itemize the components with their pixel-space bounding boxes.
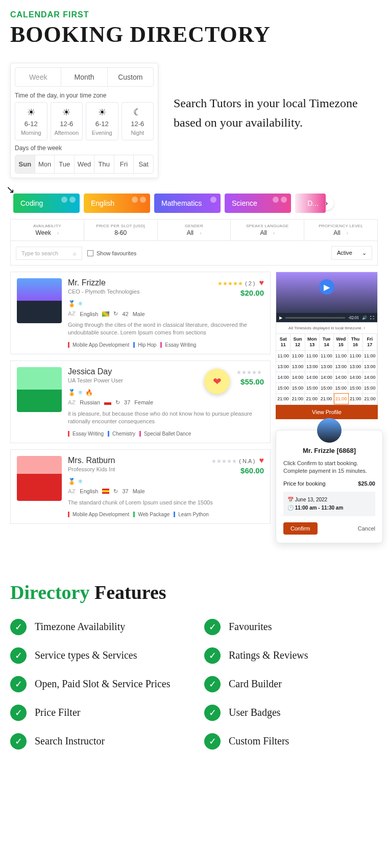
timeslot[interactable]: 14:00 xyxy=(276,372,290,382)
timeslot[interactable]: 11:00 xyxy=(334,350,348,361)
tab-week[interactable]: Week xyxy=(15,68,61,86)
timeslot[interactable]: 11:00 xyxy=(305,350,320,361)
tag[interactable]: Mobile App Development xyxy=(68,342,129,348)
timeslot[interactable]: 13:00 xyxy=(305,361,320,372)
tag[interactable]: Web Package xyxy=(133,512,169,517)
check-icon: ✓ xyxy=(204,676,221,692)
avatar xyxy=(17,367,62,412)
tab-custom[interactable]: Custom xyxy=(108,68,153,86)
timeslot[interactable]: 11:00 xyxy=(348,350,362,361)
tutor-name[interactable]: Mr. Frizzle xyxy=(68,278,139,287)
view-profile-button[interactable]: View Profile xyxy=(276,405,378,419)
timeslot[interactable]: 14:00 xyxy=(348,372,362,382)
timeslot[interactable]: 11:00 xyxy=(363,350,377,361)
filter-proficiency[interactable]: PROFICIENCY LEVELAll› xyxy=(304,220,377,240)
timeslot[interactable]: 13:00 xyxy=(290,361,305,372)
cat-english[interactable]: English xyxy=(84,194,150,213)
tag[interactable]: Learn Python xyxy=(174,512,209,517)
tag[interactable]: Special Ballet Dance xyxy=(139,431,191,437)
day-sat[interactable]: Sat xyxy=(134,155,153,173)
tag[interactable]: Mobile App Development xyxy=(68,512,129,517)
timeslot[interactable]: 14:00 xyxy=(334,372,348,382)
day-mon[interactable]: Mon xyxy=(35,155,55,173)
search-input[interactable]: Type to search⌕ xyxy=(16,247,82,260)
day-tue[interactable]: Tue xyxy=(55,155,75,173)
play-small-icon[interactable]: ▶ xyxy=(279,316,282,320)
cat-science[interactable]: Science xyxy=(225,194,291,213)
timeslot[interactable]: 14:00 xyxy=(320,372,334,382)
timeslot[interactable]: 13:00 xyxy=(334,361,348,372)
confirm-button[interactable]: Confirm xyxy=(283,522,318,535)
heart-icon[interactable]: ♥ xyxy=(259,456,264,465)
slot-header: Sun12 xyxy=(290,334,305,350)
timeslot[interactable]: 11:00 xyxy=(320,350,334,361)
day-sun[interactable]: Sun xyxy=(15,155,35,173)
timeslot[interactable]: 21:00 xyxy=(290,393,305,404)
timeslot[interactable]: 11:00 xyxy=(290,350,305,361)
category-row: Coding English Mathematics Science D... … xyxy=(10,194,378,213)
filter-availability[interactable]: AVAILABILITYWeek› xyxy=(11,220,84,240)
tab-month[interactable]: Month xyxy=(61,68,107,86)
cat-next[interactable]: D... xyxy=(295,194,326,213)
timeslot[interactable]: 21:00 xyxy=(349,393,363,404)
cancel-button[interactable]: Cancel xyxy=(358,525,375,532)
timeslot[interactable]: 21:00 xyxy=(276,393,290,404)
check-icon: ✓ xyxy=(204,733,221,750)
check-icon: ✓ xyxy=(10,733,27,750)
timeslot[interactable]: 15:00 xyxy=(320,382,334,393)
timeslot[interactable]: 13:00 xyxy=(348,361,362,372)
timeslot[interactable]: 15:00 xyxy=(276,382,290,393)
daypart-morning[interactable]: ☀6-12Morning xyxy=(15,102,47,140)
timeslot[interactable]: 15:00 xyxy=(348,382,362,393)
day-fri[interactable]: Fri xyxy=(114,155,134,173)
check-icon: ✓ xyxy=(10,619,27,635)
timeslot[interactable]: 15:00 xyxy=(363,382,377,393)
filter-gender[interactable]: GENDERAll› xyxy=(158,220,231,240)
tutor-name[interactable]: Jessica Day xyxy=(68,367,123,376)
timeslot[interactable]: 14:00 xyxy=(363,372,377,382)
tag[interactable]: Essay Writing xyxy=(68,431,104,437)
search-icon: ⌕ xyxy=(73,250,77,256)
timeslot[interactable]: 21:00 xyxy=(305,393,319,404)
filter-price[interactable]: PRICE PER SLOT [USD]8-60 xyxy=(84,220,158,240)
cat-math[interactable]: Mathematics xyxy=(154,194,221,213)
features-title: Directory Features xyxy=(10,581,378,604)
timeslot[interactable]: 14:00 xyxy=(290,372,305,382)
timeslot[interactable]: 13:00 xyxy=(320,361,334,372)
page-title: BOOKING DIRECTORY xyxy=(10,21,378,47)
tag[interactable]: Hip Hop xyxy=(133,342,156,348)
avatar xyxy=(317,418,342,443)
timeslot[interactable]: 15:00 xyxy=(305,382,320,393)
day-wed[interactable]: Wed xyxy=(75,155,94,173)
timeslot[interactable]: 21:00 xyxy=(363,393,377,404)
daypart-evening[interactable]: ☀6-12Evening xyxy=(86,102,118,140)
timeslot[interactable]: 15:00 xyxy=(290,382,305,393)
timeslot[interactable]: 14:00 xyxy=(305,372,320,382)
tutor-card: Jessica DayUA Tester Power User★★★★★$55.… xyxy=(10,360,271,443)
fullscreen-icon[interactable]: ⛶ xyxy=(370,316,374,320)
timeslot[interactable]: 15:00 xyxy=(334,382,348,393)
timeslot[interactable]: 21:00 xyxy=(319,393,333,404)
timeslot[interactable]: 13:00 xyxy=(276,361,290,372)
check-icon: ✓ xyxy=(204,647,221,664)
feature-item: ✓Custom Filters xyxy=(204,733,378,750)
time-label: Time of the day, in your time zone xyxy=(15,92,154,99)
tag[interactable]: Chemistry xyxy=(108,431,135,437)
timeslot[interactable]: 13:00 xyxy=(363,361,377,372)
cat-coding[interactable]: Coding xyxy=(13,194,80,213)
status-select[interactable]: Active⌄ xyxy=(331,246,372,260)
tag[interactable]: Essay Writing xyxy=(160,342,196,348)
daypart-afternoon[interactable]: ☀12-6Afternoon xyxy=(51,102,83,140)
timeslot[interactable]: 11:00 xyxy=(276,350,290,361)
day-thu[interactable]: Thu xyxy=(94,155,114,173)
feature-item: ✓Search Instructor xyxy=(10,733,184,750)
play-icon[interactable]: ▶ xyxy=(319,279,334,295)
volume-icon[interactable]: 🔊 xyxy=(362,316,367,320)
favourites-checkbox[interactable]: Show favourites xyxy=(87,250,136,256)
daypart-night[interactable]: ☾12-6Night xyxy=(122,102,154,140)
tutor-name[interactable]: Mrs. Ratburn xyxy=(68,456,115,465)
heart-icon[interactable]: ♥ xyxy=(259,278,264,287)
filter-language[interactable]: SPEAKS LANGUAGEAll› xyxy=(231,220,304,240)
timeslot[interactable]: 21:00 xyxy=(334,393,349,404)
video-preview[interactable]: ▶ ▶-02:01🔊⛶ xyxy=(276,272,378,323)
